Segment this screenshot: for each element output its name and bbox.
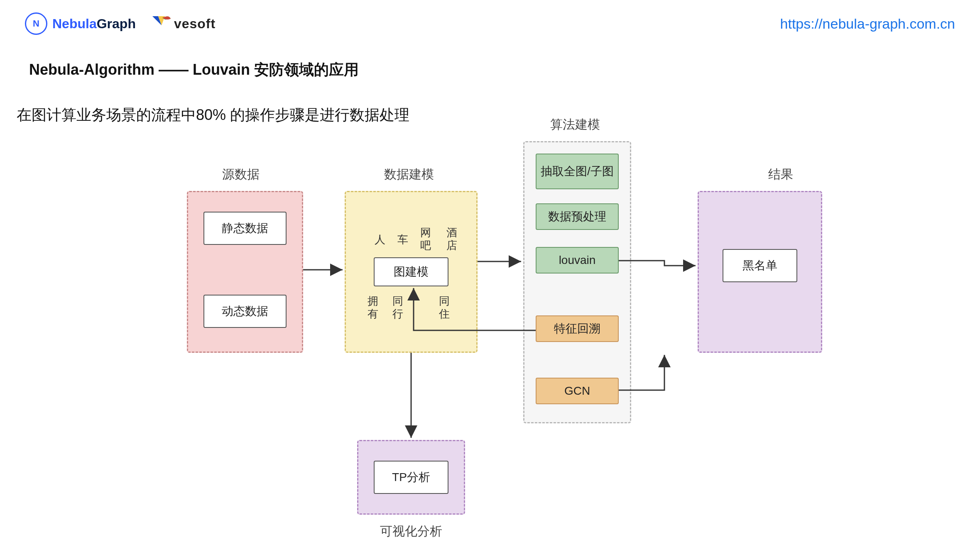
label-walk: 同行 (390, 295, 406, 320)
diagram-canvas: 源数据 数据建模 算法建模 结果 可视化分析 静态数据 动态数据 图建模 人 车… (0, 0, 980, 552)
group-label-viz: 可视化分析 (374, 523, 448, 540)
label-stay: 同住 (436, 295, 453, 320)
group-label-result: 结果 (747, 166, 814, 183)
group-label-source: 源数据 (208, 166, 274, 183)
group-label-modeling: 数据建模 (376, 166, 442, 183)
dynamic-data-box: 动态数据 (203, 295, 287, 328)
graph-modeling-box: 图建模 (374, 257, 448, 286)
label-car: 车 (394, 233, 411, 246)
algo-louvain-box: louvain (536, 247, 619, 274)
group-label-algo: 算法建模 (534, 116, 617, 133)
label-hotel: 酒店 (443, 226, 460, 252)
blacklist-box: 黑名单 (723, 249, 797, 282)
label-person: 人 (372, 233, 388, 246)
arrows (0, 0, 980, 552)
tp-box: TP分析 (374, 461, 448, 494)
static-data-box: 静态数据 (203, 212, 287, 245)
label-netbar: 网吧 (417, 226, 434, 252)
algo-gcn-box: GCN (536, 378, 619, 404)
label-own: 拥有 (365, 295, 381, 320)
algo-feature-box: 特征回溯 (536, 315, 619, 342)
algo-extract-box: 抽取全图/子图 (536, 154, 619, 189)
algo-preprocess-box: 数据预处理 (536, 203, 619, 230)
